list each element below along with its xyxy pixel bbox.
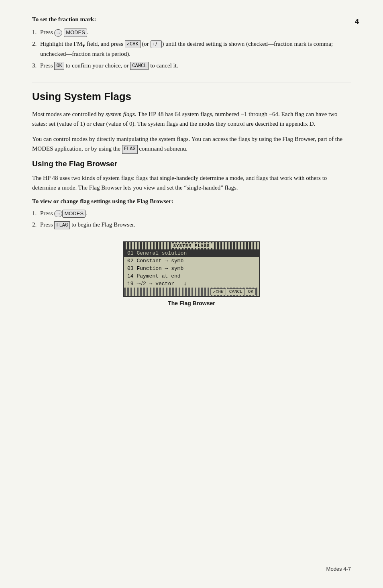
lcd-title-bar: SYSTEM FLAGS bbox=[124, 242, 259, 249]
flag-step-2-text: Press FLAG to begin the Flag Browser. bbox=[40, 221, 135, 228]
flag-browser-section: Using the Flag Browser The HP 48 uses tw… bbox=[32, 159, 351, 306]
lcd-softkey-ok: OK bbox=[246, 288, 256, 295]
display-caption: The Flag Browser bbox=[168, 300, 215, 306]
lcd-row-0: 01 General solution bbox=[124, 249, 259, 257]
flag-step-1: 1. Press →MODES. bbox=[32, 209, 351, 218]
fraction-mark-label: To set the fraction mark: bbox=[32, 16, 351, 23]
ok-key-1: OK bbox=[54, 62, 64, 70]
lcd-softkey-vchk: ✓CHK bbox=[210, 288, 226, 295]
page: 4 To set the fraction mark: 1. Press → M… bbox=[0, 0, 383, 588]
lcd-row-4: 19 →√2 → vector ↓ bbox=[124, 280, 259, 288]
system-flags-title: Using System Flags bbox=[32, 90, 351, 103]
lcd-row-2: 03 Function → symb bbox=[124, 265, 259, 272]
lcd-row-3: 14 Payment at end bbox=[124, 272, 259, 280]
step-2-num: 2. bbox=[32, 39, 37, 49]
lcd-softkeys-bar: ✓CHK CANCL OK bbox=[124, 288, 259, 296]
lcd-softkey-cancl: CANCL bbox=[227, 288, 245, 295]
footer-text: Modes 4-7 bbox=[326, 566, 351, 572]
section-divider bbox=[32, 82, 351, 82]
vchk-key: ✓CHK bbox=[125, 40, 141, 48]
flag-step-2-num: 2. bbox=[32, 220, 37, 229]
step-1-text-before: Press bbox=[40, 29, 54, 35]
step-1: 1. Press → MODES. bbox=[32, 28, 351, 37]
arrow-key-2: → bbox=[54, 210, 62, 217]
step-3-num: 3. bbox=[32, 61, 37, 70]
cancl-key-1: CANCL bbox=[130, 62, 149, 70]
fraction-steps-list: 1. Press → MODES. 2. Highlight the FM▾ f… bbox=[32, 28, 351, 70]
system-flags-para1: Most modes are controlled by system flag… bbox=[32, 109, 351, 129]
flag-key-2: FLAG bbox=[54, 221, 70, 229]
step-1-num: 1. bbox=[32, 28, 37, 37]
lcd-row-1: 02 Constant → symb bbox=[124, 257, 259, 265]
step-2: 2. Highlight the FM▾ field, and press ✓C… bbox=[32, 39, 351, 59]
fraction-mark-section: To set the fraction mark: 1. Press → MOD… bbox=[32, 16, 351, 70]
flag-browser-display-container: SYSTEM FLAGS 01 General solution 02 Cons… bbox=[32, 241, 351, 306]
step-1-period: . bbox=[87, 29, 89, 35]
flag-step-1-text: Press →MODES. bbox=[40, 210, 87, 216]
arrow-key-1: → bbox=[54, 29, 62, 37]
flag-step-1-num: 1. bbox=[32, 209, 37, 218]
lcd-title-text: SYSTEM FLAGS bbox=[171, 243, 212, 248]
modes-key-2: MODES bbox=[62, 210, 86, 218]
flag-key-inline: FLAG bbox=[122, 145, 138, 153]
modes-key-1: MODES bbox=[64, 29, 87, 37]
step-2-text: Highlight the FM▾ field, and press ✓CHK … bbox=[40, 41, 333, 57]
page-number: 4 bbox=[355, 18, 359, 26]
system-flags-section: Using System Flags Most modes are contro… bbox=[32, 90, 351, 306]
step-3-text: Press OK to confirm your choice, or CANC… bbox=[40, 62, 178, 69]
plusminus-key: +/− bbox=[151, 40, 162, 48]
lcd-screen: SYSTEM FLAGS 01 General solution 02 Cons… bbox=[123, 241, 260, 297]
system-flags-para2: You can control modes by directly manipu… bbox=[32, 134, 351, 153]
step-3: 3. Press OK to confirm your choice, or C… bbox=[32, 61, 351, 70]
flag-browser-para1: The HP 48 uses two kinds of system flags… bbox=[32, 173, 351, 192]
flag-browser-to-label: To view or change flag settings using th… bbox=[32, 198, 351, 205]
flag-browser-title: Using the Flag Browser bbox=[32, 159, 351, 168]
lcd-content: 01 General solution 02 Constant → symb 0… bbox=[124, 249, 259, 288]
flag-step-2: 2. Press FLAG to begin the Flag Browser. bbox=[32, 220, 351, 229]
flag-browser-steps-list: 1. Press →MODES. 2. Press FLAG to begin … bbox=[32, 209, 351, 229]
